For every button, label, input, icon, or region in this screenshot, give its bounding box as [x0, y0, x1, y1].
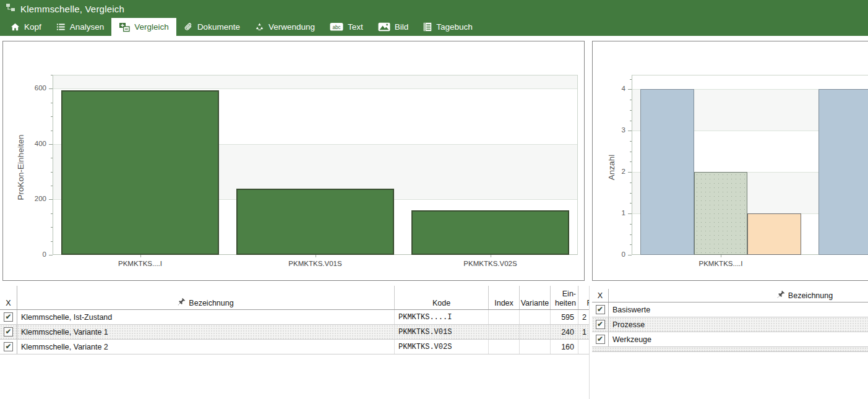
cell-variante [520, 310, 551, 324]
y-minor-tick [51, 227, 53, 228]
variants-table: XBezeichnungKodeIndexVarianteEin- heiten… [0, 286, 590, 354]
x-category-label: PKMKTKS.V01S [228, 260, 403, 267]
y-minor-tick [630, 141, 632, 142]
column-header-label: X [6, 299, 11, 307]
row-checkbox[interactable]: ✔ [4, 342, 13, 351]
row-checkbox[interactable]: ✔ [596, 305, 605, 314]
cell-ri: 1 [578, 325, 590, 339]
column-header-variante: Variante [520, 286, 551, 309]
y-tick-label: 0 [20, 251, 46, 258]
tab-label: Verwendung [269, 22, 315, 32]
house-icon [11, 22, 20, 32]
x-category-tick [491, 255, 491, 257]
panel-splitter[interactable] [589, 286, 590, 399]
y-minor-tick [630, 203, 632, 204]
tab-vergleich[interactable]: Vergleich [111, 18, 176, 36]
categories-table: XBezeichnung✔Basiswerte✔Prozesse✔Werkzeu… [592, 289, 868, 352]
pin-icon [178, 298, 186, 307]
tab-analysen[interactable]: Analysen [49, 18, 112, 36]
svg-text:abc: abc [332, 25, 340, 30]
column-header-index: Index [489, 286, 520, 309]
tab-dokumente[interactable]: Dokumente [176, 18, 247, 36]
y-major-tick [628, 172, 632, 173]
abc-icon: abc [330, 22, 343, 32]
column-header-label: X [598, 291, 603, 300]
y-minor-tick [51, 186, 53, 186]
window-title: Klemmschelle, Vergleich [20, 4, 124, 14]
y-tick-label: 3 [599, 126, 625, 134]
bar-basiswerte[interactable] [819, 89, 868, 255]
y-minor-tick [630, 224, 632, 225]
table-row[interactable]: ✔Klemmschelle, Variante 1PKMKTKS.V01S240… [0, 325, 590, 340]
cell-kode: PKMKTKS....I [395, 310, 489, 324]
row-checkbox[interactable]: ✔ [596, 320, 605, 329]
cell-bezeichnung: Klemmschelle, Ist-Zustand [17, 310, 395, 324]
table-row[interactable]: ✔Prozesse [592, 317, 868, 332]
column-header-bezeichnung: Bezeichnung [609, 289, 868, 302]
tab-tagebuch[interactable]: Tagebuch [416, 18, 480, 36]
y-minor-tick [51, 116, 53, 117]
cell-bezeichnung: Klemmschelle, Variante 1 [17, 325, 395, 339]
y-major-tick [628, 131, 632, 131]
column-header-label: Kode [432, 299, 450, 307]
table-row[interactable]: ✔Klemmschelle, Variante 2PKMKTKS.V02S160 [0, 340, 590, 354]
y-minor-tick [630, 193, 632, 194]
y-tick-label: 1 [599, 209, 625, 217]
tab-verwendung[interactable]: Verwendung [247, 18, 322, 36]
compare-icon [119, 22, 130, 32]
cell-kode: PKMKTKS.V02S [395, 340, 489, 354]
y-minor-tick [51, 241, 53, 242]
cell-einheiten: 595 [551, 310, 578, 324]
y-tick-label: 0 [599, 251, 625, 258]
row-checkbox[interactable]: ✔ [4, 327, 13, 337]
y-minor-tick [51, 131, 53, 131]
y-minor-tick [51, 158, 53, 158]
y-minor-tick [630, 161, 632, 162]
y-minor-tick [51, 75, 53, 75]
bar-werkzeuge[interactable] [747, 213, 801, 255]
y-minor-tick [630, 152, 632, 152]
table-header: XBezeichnungKodeIndexVarianteEin- heiten… [0, 286, 590, 310]
y-minor-tick [630, 100, 632, 100]
column-header-einheiten: Ein- heiten [551, 286, 578, 309]
tab-bild[interactable]: Bild [371, 18, 416, 36]
y-major-tick [628, 89, 632, 90]
column-header-ri: Ri [578, 286, 590, 309]
cell-x: ✔ [592, 317, 609, 332]
prokon-units-chart-panel: ProKon-Einheiten 0200400600PKMKTKS....IP… [2, 41, 585, 281]
y-major-tick [49, 255, 53, 255]
x-category-label: PKMKTKS.V02S [403, 260, 578, 267]
bar-basiswerte[interactable] [640, 89, 694, 255]
table-row[interactable]: ✔Basiswerte [592, 302, 868, 317]
y-tick-label: 2 [599, 168, 625, 175]
tab-kopf[interactable]: Kopf [3, 18, 49, 36]
bar-PKMKTKS.V01S[interactable] [236, 189, 394, 255]
paperclip-icon [184, 22, 193, 32]
column-header-label: Bezeichnung [788, 291, 833, 300]
tab-text[interactable]: abcText [322, 18, 371, 36]
row-checkbox[interactable]: ✔ [4, 312, 13, 322]
cell-ri: 2 [578, 310, 590, 324]
cell-index [489, 340, 520, 354]
y-major-tick [628, 255, 632, 255]
prokon-units-chart: ProKon-Einheiten 0200400600PKMKTKS....IP… [3, 41, 584, 280]
y-minor-tick [630, 182, 632, 183]
cell-index [489, 325, 520, 339]
tab-label: Vergleich [134, 22, 169, 32]
cell-ri [578, 340, 590, 354]
y-minor-tick [51, 172, 53, 173]
bar-PKMKTKS.V02S[interactable] [411, 210, 569, 255]
table-row[interactable]: ✔Klemmschelle, Ist-ZustandPKMKTKS....I59… [0, 310, 590, 325]
y-tick-label: 4 [599, 85, 625, 92]
journal-icon [423, 22, 432, 32]
bar-PKMKTKS....I[interactable] [61, 90, 219, 255]
bar-prozesse[interactable] [694, 172, 747, 255]
image-icon [378, 22, 390, 32]
tab-label: Bild [395, 22, 409, 32]
row-checkbox[interactable]: ✔ [596, 335, 605, 344]
column-header-x: X [592, 289, 609, 302]
cell-x: ✔ [0, 340, 17, 354]
table-row[interactable]: ✔Werkzeuge [592, 332, 868, 347]
cell-bezeichnung: Prozesse [609, 317, 868, 332]
compare-hierarchy-icon [6, 3, 15, 15]
